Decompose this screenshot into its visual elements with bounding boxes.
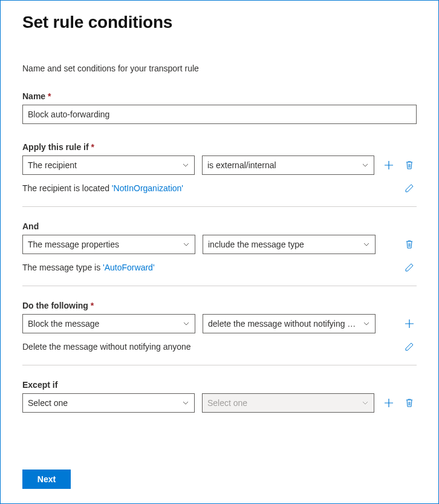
do-select-action[interactable]: Block the message	[22, 314, 195, 333]
edit-do-button[interactable]	[402, 339, 417, 354]
name-section: Name *	[22, 91, 417, 124]
chevron-down-icon	[362, 162, 369, 169]
apply-summary-value: 'NotInOrganization'	[112, 183, 183, 193]
except-select-subject-text: Select one	[28, 398, 68, 408]
apply-select-predicate-text: is external/internal	[207, 160, 276, 170]
except-select-subject[interactable]: Select one	[22, 393, 195, 413]
page-title: Set rule conditions	[22, 13, 417, 32]
edit-and-button[interactable]	[402, 260, 417, 275]
do-section: Do the following * Block the message del…	[22, 301, 417, 365]
next-button[interactable]: Next	[22, 470, 71, 489]
required-asterisk: *	[91, 301, 94, 310]
apply-label-text: Apply this rule if	[22, 142, 89, 152]
do-label: Do the following *	[22, 301, 417, 310]
chevron-down-icon	[363, 241, 370, 248]
except-label: Except if	[22, 380, 417, 390]
do-label-text: Do the following	[22, 301, 88, 310]
apply-section: Apply this rule if * The recipient is ex…	[22, 142, 417, 207]
and-summary-prefix: The message type is	[22, 263, 103, 272]
required-asterisk: *	[48, 91, 51, 101]
name-label-text: Name	[22, 91, 45, 101]
chevron-down-icon	[362, 399, 369, 407]
and-summary-value: 'AutoForward'	[103, 263, 155, 272]
delete-exception-button[interactable]	[402, 396, 417, 410]
add-action-button[interactable]	[402, 316, 417, 331]
required-asterisk: *	[91, 142, 94, 152]
chevron-down-icon	[363, 320, 370, 327]
chevron-down-icon	[183, 320, 190, 327]
name-input[interactable]	[22, 105, 417, 124]
apply-summary: The recipient is located 'NotInOrganizat…	[22, 183, 183, 193]
apply-summary-prefix: The recipient is located	[22, 183, 112, 193]
and-section: And The message properties include the m…	[22, 221, 417, 286]
and-select-subject-text: The message properties	[28, 240, 119, 249]
and-select-predicate[interactable]: include the message type	[203, 235, 376, 254]
name-label: Name *	[22, 91, 417, 101]
add-exception-button[interactable]	[382, 396, 396, 410]
do-select-option-text: delete the message without notifying …	[208, 319, 356, 329]
apply-select-predicate[interactable]: is external/internal	[202, 155, 374, 175]
apply-select-subject-text: The recipient	[28, 160, 77, 170]
chevron-down-icon	[182, 399, 189, 407]
do-select-action-text: Block the message	[28, 319, 99, 329]
panel: Set rule conditions Name and set conditi…	[0, 0, 439, 504]
delete-condition-button[interactable]	[402, 158, 417, 172]
except-select-predicate-text: Select one	[207, 398, 247, 408]
chevron-down-icon	[182, 162, 189, 169]
except-select-predicate[interactable]: Select one	[202, 393, 374, 413]
and-label: And	[22, 221, 417, 231]
delete-and-button[interactable]	[402, 237, 417, 252]
edit-apply-button[interactable]	[402, 181, 417, 195]
and-select-predicate-text: include the message type	[208, 240, 304, 249]
add-condition-button[interactable]	[382, 158, 396, 172]
and-select-subject[interactable]: The message properties	[22, 235, 195, 254]
apply-label: Apply this rule if *	[22, 142, 417, 152]
except-section: Except if Select one Select one	[22, 380, 417, 413]
do-summary: Delete the message without notifying any…	[22, 342, 191, 352]
chevron-down-icon	[183, 241, 190, 248]
apply-select-subject[interactable]: The recipient	[22, 155, 195, 175]
and-summary: The message type is 'AutoForward'	[22, 263, 155, 272]
footer: Next	[22, 470, 71, 489]
page-subtitle: Name and set conditions for your transpo…	[22, 64, 417, 73]
do-select-option[interactable]: delete the message without notifying …	[203, 314, 376, 333]
